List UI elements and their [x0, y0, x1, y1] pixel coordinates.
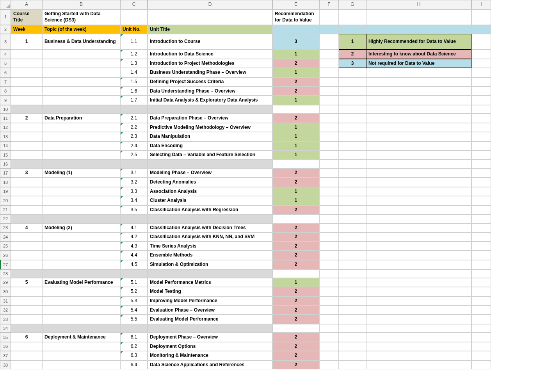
cell-recommendation[interactable]: 2: [272, 114, 319, 123]
spreadsheet-grid[interactable]: ABCDEFGHI1Course TitleGetting Started wi…: [0, 0, 555, 369]
cell-unit-title[interactable]: Time Series Analysis: [148, 242, 272, 251]
empty-cell[interactable]: [366, 105, 471, 114]
cell-B1[interactable]: Getting Started with Data Science (DS3): [42, 9, 120, 25]
row-header-32[interactable]: 32: [0, 306, 11, 315]
empty-cell[interactable]: [339, 333, 366, 342]
col-header-F[interactable]: F: [319, 0, 339, 9]
empty-cell[interactable]: [319, 296, 339, 306]
cell-week[interactable]: [11, 59, 42, 68]
cell-unit-no[interactable]: 5.2: [120, 287, 148, 296]
empty-cell[interactable]: [366, 96, 471, 105]
cell-unit-title[interactable]: Classification Analysis with Regression: [148, 205, 272, 215]
empty-cell[interactable]: [366, 242, 471, 251]
cell-topic[interactable]: [42, 296, 120, 306]
col-header-H[interactable]: H: [366, 0, 471, 9]
cell-unit-no[interactable]: 2.2: [120, 123, 148, 132]
cell-D1[interactable]: [148, 9, 272, 25]
row-header-37[interactable]: 37: [0, 351, 11, 360]
empty-cell[interactable]: [339, 351, 366, 360]
row-header-21[interactable]: 21: [0, 205, 11, 215]
row-header-33[interactable]: 33: [0, 315, 11, 324]
empty-cell[interactable]: [319, 232, 339, 242]
spacer-cell[interactable]: [148, 269, 272, 278]
cell-week[interactable]: 3: [11, 168, 42, 178]
row-header-13[interactable]: 13: [0, 132, 11, 141]
cell-unit-no[interactable]: 1.4: [120, 68, 148, 77]
empty-cell[interactable]: [319, 123, 339, 132]
empty-cell[interactable]: [366, 232, 471, 242]
spacer-cell[interactable]: [120, 324, 148, 333]
cell-recommendation[interactable]: 1: [272, 187, 319, 196]
cell-unit-title[interactable]: Introduction to Data Science: [148, 50, 272, 59]
cell-week[interactable]: [11, 232, 42, 242]
empty-cell[interactable]: [471, 160, 491, 168]
empty-cell[interactable]: [366, 306, 471, 315]
cell-week[interactable]: [11, 351, 42, 360]
cell-recommendation[interactable]: 2: [272, 87, 319, 96]
empty-cell[interactable]: [471, 251, 491, 260]
empty-cell[interactable]: [471, 59, 491, 68]
cell-C2[interactable]: Unit No.: [120, 25, 148, 34]
empty-cell[interactable]: [319, 260, 339, 269]
empty-cell[interactable]: [339, 306, 366, 315]
cell-unit-no[interactable]: 6.4: [120, 360, 148, 370]
cell-recommendation[interactable]: 2: [272, 306, 319, 315]
cell-unit-title[interactable]: Deployment Phase – Overview: [148, 333, 272, 342]
cell-recommendation[interactable]: 2: [272, 360, 319, 370]
cell-week[interactable]: [11, 315, 42, 324]
cell-week[interactable]: [11, 260, 42, 269]
cell-unit-no[interactable]: 5.1: [120, 278, 148, 287]
empty-cell[interactable]: [366, 251, 471, 260]
cell-unit-title[interactable]: Evaluating Model Performance: [148, 315, 272, 324]
spacer-cell[interactable]: [42, 160, 120, 168]
empty-cell[interactable]: [471, 242, 491, 251]
cell-unit-no[interactable]: 5.3: [120, 296, 148, 306]
row-header-29[interactable]: 29: [0, 278, 11, 287]
empty-cell[interactable]: [272, 324, 319, 333]
cell-G1[interactable]: [339, 9, 366, 25]
row-header-8[interactable]: 8: [0, 87, 11, 96]
empty-cell[interactable]: [366, 123, 471, 132]
cell-topic[interactable]: [42, 251, 120, 260]
cell-topic[interactable]: [42, 196, 120, 205]
cell-week[interactable]: [11, 87, 42, 96]
cell-recommendation[interactable]: 2: [272, 333, 319, 342]
cell-topic[interactable]: Data Preparation: [42, 114, 120, 123]
cell-unit-title[interactable]: Monitoring & Maintenance: [148, 351, 272, 360]
cell-recommendation[interactable]: 2: [272, 168, 319, 178]
cell-topic[interactable]: Evaluating Model Performance: [42, 278, 120, 287]
empty-cell[interactable]: [319, 242, 339, 251]
cell-unit-title[interactable]: Association Analysis: [148, 187, 272, 196]
spacer-cell[interactable]: [148, 324, 272, 333]
empty-cell[interactable]: [339, 77, 366, 87]
cell-A1[interactable]: Course Title: [11, 9, 42, 25]
cell-topic[interactable]: [42, 77, 120, 87]
cell-unit-no[interactable]: 6.2: [120, 342, 148, 351]
cell-week[interactable]: [11, 360, 42, 370]
empty-cell[interactable]: [319, 178, 339, 187]
empty-cell[interactable]: [339, 269, 366, 278]
cell-week[interactable]: 4: [11, 223, 42, 233]
row-header-7[interactable]: 7: [0, 77, 11, 87]
empty-cell[interactable]: [471, 96, 491, 105]
empty-cell[interactable]: [366, 150, 471, 160]
empty-cell[interactable]: [339, 205, 366, 215]
cell-B2[interactable]: Topic (of the week): [42, 25, 120, 34]
empty-cell[interactable]: [319, 196, 339, 205]
row-header-34[interactable]: 34: [0, 324, 11, 333]
row-header-23[interactable]: 23: [0, 223, 11, 233]
empty-cell[interactable]: [471, 260, 491, 269]
row-header-25[interactable]: 25: [0, 242, 11, 251]
empty-cell[interactable]: [471, 105, 491, 114]
cell-topic[interactable]: [42, 96, 120, 105]
row-header-22[interactable]: 22: [0, 214, 11, 223]
empty-cell[interactable]: [319, 77, 339, 87]
empty-cell[interactable]: [366, 269, 471, 278]
cell-unit-title[interactable]: Evaluation Phase – Overview: [148, 306, 272, 315]
cell-unit-no[interactable]: 1.6: [120, 87, 148, 96]
legend-num[interactable]: 2: [339, 50, 366, 59]
cell-recommendation[interactable]: 2: [272, 251, 319, 260]
empty-cell[interactable]: [319, 168, 339, 178]
legend-num[interactable]: 3: [339, 59, 366, 68]
cell-unit-no[interactable]: 2.1: [120, 114, 148, 123]
